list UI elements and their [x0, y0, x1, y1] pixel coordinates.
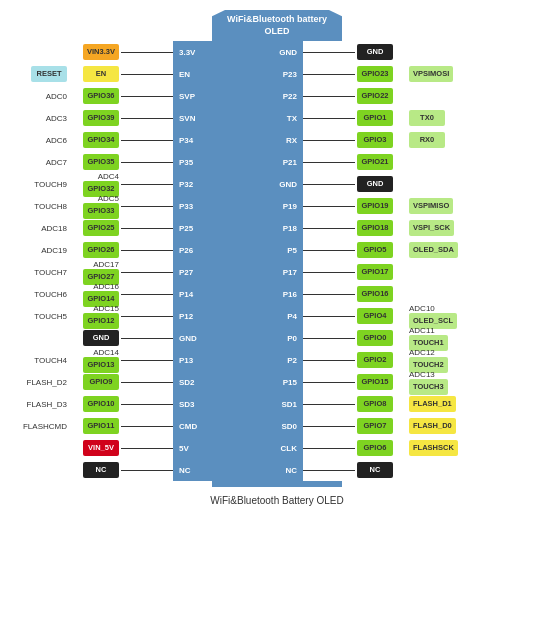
chip-pin-left-label: P34 [179, 136, 193, 145]
chip-pin-left-label: 5V [179, 444, 189, 453]
chip-pin-left-label: SD2 [179, 378, 195, 387]
pin-row: ADC3GPIO39SVNTXGPIO1TX0 [17, 107, 537, 129]
left-far-label: ADC19 [17, 246, 69, 255]
pin-row: ADC7GPIO35P35P21GPIO21 [17, 151, 537, 173]
right-far-label: TX0 [407, 110, 459, 126]
chip-right-pin [303, 448, 355, 449]
diagram-container: WiFi&Bluetooth battery OLED VIN3.3V3.3VG… [17, 10, 537, 487]
left-mid-label: GPIO34 [69, 132, 121, 148]
chip-center-row: P32GND [173, 173, 303, 195]
chip-center-row: P13P2 [173, 349, 303, 371]
left-mid-label: NC [69, 462, 121, 478]
page-wrapper: WiFi&Bluetooth battery OLED VIN3.3V3.3VG… [0, 0, 554, 620]
chip-right-pin [303, 250, 355, 251]
right-mid-label: GPIO0 [355, 330, 407, 346]
pin-row: ADC0GPIO36SVPP22GPIO22 [17, 85, 537, 107]
right-mid-label: GPIO8 [355, 396, 407, 412]
chip-pin-right-label: P0 [287, 334, 297, 343]
right-mid-label: GPIO1 [355, 110, 407, 126]
footer-title: WiFi&Bluetooth Battery OLED [210, 495, 343, 506]
chip-left-pin [121, 184, 173, 185]
chip-pin-right-label: GND [279, 180, 297, 189]
chip-pin-right-label: P16 [283, 290, 297, 299]
chip-pin-right-label: P21 [283, 158, 297, 167]
chip-pin-right-label: CLK [281, 444, 297, 453]
right-mid-label: GPIO6 [355, 440, 407, 456]
right-far-label: RX0 [407, 132, 459, 148]
right-far-label: VSPI_SCK [407, 220, 459, 236]
chip-pin-right-label: P15 [283, 378, 297, 387]
left-mid-label: VIN_5V [69, 440, 121, 456]
right-far-label: VPSIMOSI [407, 66, 459, 82]
pin-row: ADC6GPIO34P34RXGPIO3RX0 [17, 129, 537, 151]
left-far-label: ADC0 [17, 92, 69, 101]
chip-left-pin [121, 470, 173, 471]
chip-center-row: P33P19 [173, 195, 303, 217]
chip-left-pin [121, 228, 173, 229]
left-far-label: ADC7 [17, 158, 69, 167]
chip-center-row: 5VCLK [173, 437, 303, 459]
right-mid-label: GPIO23 [355, 66, 407, 82]
pin-row: NCNCNCNC [17, 459, 537, 481]
chip-pin-right-label: P18 [283, 224, 297, 233]
chip-pin-left-label: P13 [179, 356, 193, 365]
pin-row: TOUCH7ADC17GPIO27P27P17GPIO17 [17, 261, 537, 283]
chip-pin-left-label: EN [179, 70, 190, 79]
chip-right-pin [303, 338, 355, 339]
pin-row: FLASH_D2GPIO9SD2P15GPIO15ADC13TOUCH3 [17, 371, 537, 393]
chip-pin-right-label: GND [279, 48, 297, 57]
left-mid-label: GPIO25 [69, 220, 121, 236]
left-far-label: TOUCH8 [17, 202, 69, 211]
chip-center-row: SD2P15 [173, 371, 303, 393]
left-mid-label: VIN3.3V [69, 44, 121, 60]
left-mid-label: EN [69, 66, 121, 82]
chip-left-pin [121, 250, 173, 251]
chip-center-row: SD3SD1 [173, 393, 303, 415]
chip-left-pin [121, 382, 173, 383]
chip-right-pin [303, 316, 355, 317]
chip-left-pin [121, 162, 173, 163]
chip-pin-left-label: SD3 [179, 400, 195, 409]
right-mid-label: GPIO3 [355, 132, 407, 148]
chip-left-pin [121, 74, 173, 75]
right-mid-label: GPIO7 [355, 418, 407, 434]
chip-pin-right-label: RX [286, 136, 297, 145]
chip-right-pin [303, 206, 355, 207]
chip-left-pin [121, 448, 173, 449]
chip-center-row: GNDP0 [173, 327, 303, 349]
pin-row: GNDGNDP0GPIO0ADC11TOUCH1 [17, 327, 537, 349]
left-far-label: TOUCH4 [17, 356, 69, 365]
chip-left-pin [121, 404, 173, 405]
chip-pin-left-label: P14 [179, 290, 193, 299]
pin-row: ADC19GPIO26P26P5GPIO5OLED_SDA [17, 239, 537, 261]
chip-pin-right-label: P23 [283, 70, 297, 79]
chip-center-row: NCNC [173, 459, 303, 481]
left-far-label: TOUCH5 [17, 312, 69, 321]
left-mid-label: GPIO11 [69, 418, 121, 434]
chip-left-pin [121, 118, 173, 119]
left-far-label: TOUCH9 [17, 180, 69, 189]
left-mid-label: GPIO35 [69, 154, 121, 170]
chip-right-pin [303, 382, 355, 383]
chip-right-pin [303, 74, 355, 75]
right-mid-label: GPIO2 [355, 352, 407, 368]
chip-left-pin [121, 338, 173, 339]
chip-pin-left-label: P35 [179, 158, 193, 167]
chip-center-row: P26P5 [173, 239, 303, 261]
chip-center-row: ENP23 [173, 63, 303, 85]
pin-row: FLASHCMDGPIO11CMDSD0GPIO7FLASH_D0 [17, 415, 537, 437]
chip-pin-right-label: NC [285, 466, 297, 475]
chip-center-row: P35P21 [173, 151, 303, 173]
chip-pin-left-label: P26 [179, 246, 193, 255]
right-far-label: FLASH_D1 [407, 396, 459, 412]
chip-right-pin [303, 228, 355, 229]
chip-right-pin [303, 118, 355, 119]
right-far-label: VSPIMISO [407, 198, 459, 214]
right-mid-label: GND [355, 44, 407, 60]
chip-pin-right-label: P19 [283, 202, 297, 211]
chip-header: WiFi&Bluetooth battery OLED [212, 10, 342, 41]
chip-pin-right-label: SD1 [281, 400, 297, 409]
right-mid-label: GPIO16 [355, 286, 407, 302]
left-far-label: ADC18 [17, 224, 69, 233]
chip-right-pin [303, 360, 355, 361]
